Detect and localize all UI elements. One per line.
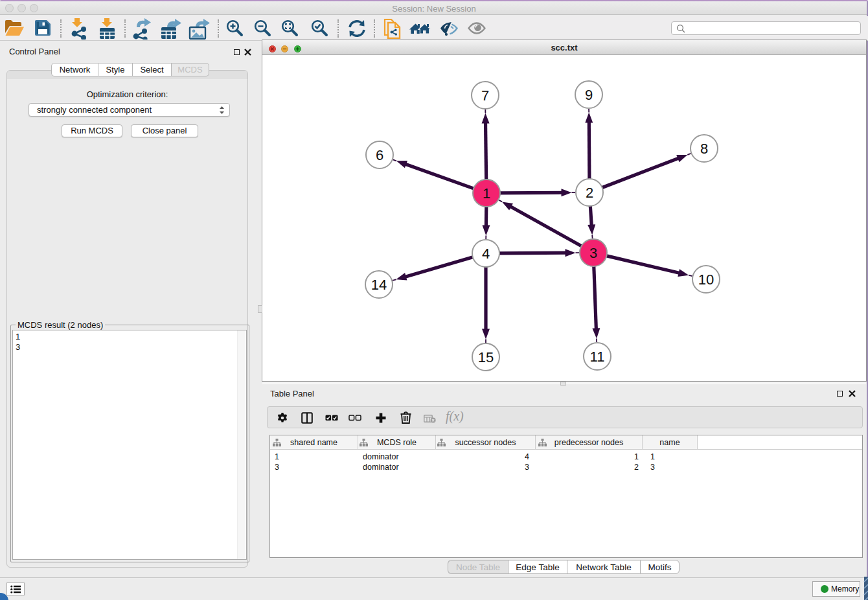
svg-text:15: 15 <box>478 349 494 365</box>
svg-text:4: 4 <box>482 246 490 262</box>
svg-text:3: 3 <box>589 245 597 261</box>
svg-text:6: 6 <box>376 147 383 163</box>
svg-text:10: 10 <box>698 271 714 288</box>
svg-text:8: 8 <box>700 141 708 157</box>
svg-text:1: 1 <box>483 185 490 202</box>
svg-text:9: 9 <box>585 87 593 103</box>
svg-text:11: 11 <box>590 349 605 365</box>
svg-text:14: 14 <box>371 277 387 293</box>
svg-text:7: 7 <box>481 87 489 104</box>
svg-text:2: 2 <box>586 185 593 201</box>
